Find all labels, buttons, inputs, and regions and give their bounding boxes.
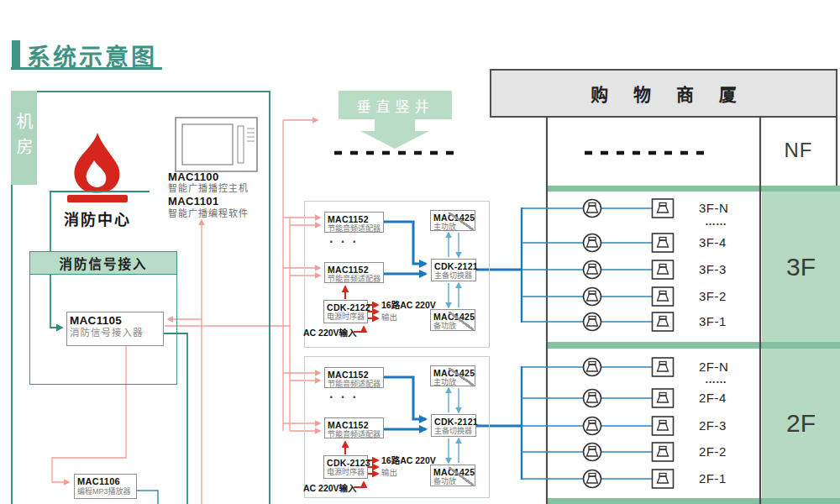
zone-label: 3F-2 (699, 289, 727, 303)
floor-label-2f: 2F (762, 349, 840, 498)
power-output-label: 16路AC 220V 输出 (381, 298, 436, 323)
fire-center-label: 消防中心 (54, 207, 141, 229)
ceiling-speaker-icon (584, 470, 601, 488)
device-desc: 主备切换器 (434, 427, 473, 435)
ceiling-speaker-icon (584, 359, 601, 376)
power-input-label: AC 220V输入 (303, 326, 357, 339)
building-title: 购 物 商 厦 (490, 69, 837, 118)
device-fire-signal-receiver: MAC1105 消防信号接入器 (66, 312, 164, 346)
device-switcher: CDK-2121 主备切换器 (431, 414, 476, 437)
device-adapter: MAC1152 节能音频适配器 (324, 262, 384, 283)
amplifier-diagonal (449, 213, 474, 230)
machine-room-tag: 机房 (11, 91, 37, 185)
power-input-label: AC 220V输入 (303, 481, 357, 494)
device-desc: 主备切换器 (434, 271, 473, 280)
device-desc: 节能音频适配器 (328, 275, 381, 283)
device-model: CDK-2123 (327, 458, 365, 468)
device-adapter: MAC1152 节能音频适配器 (324, 212, 384, 233)
ceiling-speaker-icon (584, 261, 601, 279)
ellipsis: · · · (329, 234, 359, 249)
device-power-sequencer: CDK-2122 电源时序器 (323, 300, 368, 323)
device-backup-amplifier: MAC1425 备功放 (430, 309, 475, 331)
power-output-label: 16路AC 220V 输出 (381, 454, 436, 478)
device-desc: 编程MP3播放器 (77, 487, 134, 496)
floor-label-nf: NF (760, 119, 837, 181)
device-adapter: MAC1152 节能音频适配器 (324, 367, 384, 388)
device-main-amplifier: MAC1425 主功放 (430, 365, 475, 386)
zone-label: 2F-3 (699, 418, 727, 433)
amplifier-diagonal (449, 368, 474, 386)
device-model: MAC1106 (77, 476, 134, 487)
device-adapter: MAC1152 节能音频适配器 (324, 417, 384, 438)
device-mp3-player: MAC1106 编程MP3播放器 (74, 474, 137, 499)
wall-speaker-icon (653, 199, 674, 218)
wall-speaker-icon (653, 417, 674, 435)
wall-speaker-icon (653, 443, 674, 461)
zone-label: 3F-N (699, 201, 728, 215)
ceiling-speaker-icon (584, 288, 601, 306)
floor-label-3f: 3F (762, 192, 840, 342)
ellipsis: · · · (329, 390, 359, 405)
host-desc: 智能广播播控主机 (168, 183, 273, 194)
amplifier-diagonal (449, 467, 474, 486)
zone-label: 2F-4 (699, 391, 727, 405)
device-model: MAC1152 (328, 265, 381, 275)
arrow-down-icon (360, 118, 429, 149)
zone-label: 2F-N (699, 360, 728, 374)
device-main-amplifier: MAC1425 主功放 (430, 210, 475, 231)
wall-speaker-icon (653, 470, 674, 488)
title-accent-bar (12, 40, 20, 70)
device-model: MAC1152 (328, 370, 381, 380)
device-desc: 电源时序器 (327, 468, 365, 476)
device-desc: 消防信号接入器 (70, 328, 160, 339)
zone-label: 3F-1 (699, 314, 727, 328)
device-backup-amplifier: MAC1425 备功放 (430, 465, 475, 486)
device-switcher: CDK-2121 主备切换器 (431, 259, 476, 281)
host-labels: MAC1100 智能广播播控主机 MAC1101 智能广播编程软件 (168, 171, 273, 220)
wall-speaker-icon (653, 358, 674, 376)
software-model: MAC1101 (168, 195, 273, 207)
amplifier-diagonal (449, 312, 474, 330)
fire-signal-panel-header: 消防信号接入 (30, 252, 176, 275)
wall-speaker-icon (653, 389, 674, 407)
host-model: MAC1100 (168, 171, 273, 183)
ceiling-speaker-icon (584, 444, 601, 461)
vertical-shaft-label: 垂直竖井 (339, 91, 452, 119)
device-desc: 节能音频适配器 (328, 224, 381, 233)
zone-label: 2F-1 (699, 471, 727, 486)
title-underline (11, 67, 162, 70)
ceiling-speaker-icon (584, 313, 601, 331)
ceiling-speaker-icon (584, 234, 601, 252)
zone-label: 2F-2 (699, 444, 727, 459)
device-model: MAC1152 (328, 214, 381, 224)
device-desc: 节能音频适配器 (328, 380, 381, 388)
zone-ellipsis: …… (705, 215, 727, 228)
software-desc: 智能广播编程软件 (168, 208, 273, 219)
device-desc: 节能音频适配器 (328, 430, 381, 438)
ceiling-speaker-icon (584, 200, 601, 218)
device-model: MAC1152 (328, 420, 381, 430)
system-diagram-page: 系统示意图 机房 消防中心 MAC1100 智能广播播控主机 MAC1101 智… (0, 0, 840, 504)
wall-speaker-icon (653, 312, 674, 331)
wall-speaker-icon (653, 287, 674, 306)
zone-label: 3F-3 (699, 262, 727, 276)
wall-speaker-icon (653, 260, 674, 279)
zone-ellipsis: …… (705, 373, 727, 386)
device-model: CDK-2121 (434, 261, 473, 271)
device-desc: 电源时序器 (327, 312, 365, 321)
device-model: MAC1105 (70, 314, 160, 328)
wall-speaker-icon (653, 234, 674, 252)
ceiling-speaker-icon (584, 390, 601, 407)
device-model: CDK-2121 (434, 417, 473, 427)
device-model: CDK-2122 (327, 302, 365, 312)
zone-label: 3F-4 (699, 235, 727, 249)
device-power-sequencer: CDK-2123 电源时序器 (323, 455, 368, 479)
ceiling-speaker-icon (584, 417, 601, 435)
